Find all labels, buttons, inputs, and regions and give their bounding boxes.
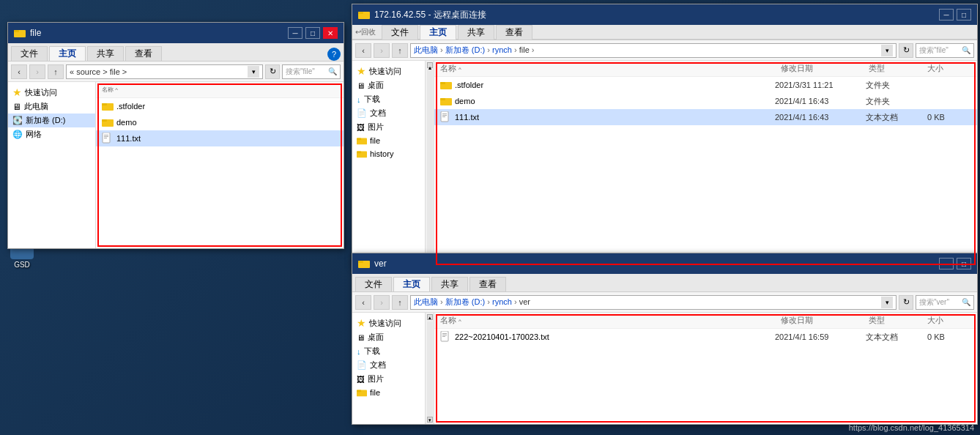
win3-maximize[interactable]: □ — [957, 258, 971, 269]
computer-icon-win1: 🖥 — [12, 102, 21, 112]
back-btn-win3[interactable]: ‹ — [355, 295, 371, 310]
pic-label-win2: 图片 — [368, 122, 384, 133]
quickaccess-label-win2: 快速访问 — [369, 66, 401, 77]
toolbar-win2: ‹ › ↑ 此电脑 › 新加卷 (D:) › rynch › file › ▾ … — [352, 40, 977, 61]
win3-title: ver — [374, 259, 935, 269]
refresh-btn-win1[interactable]: ↻ — [265, 64, 280, 79]
window-local-file: file ─ □ ✕ 文件 主页 共享 查看 ? ‹ › ↑ — [7, 22, 344, 249]
tab-win3-view[interactable]: 查看 — [469, 277, 506, 291]
sidebar-quickaccess-win2[interactable]: ★ 快速访问 — [352, 64, 425, 78]
back-btn-win2[interactable]: ‹ — [355, 43, 371, 58]
win1-close[interactable]: ✕ — [323, 27, 338, 39]
file-item-demo-win2[interactable]: demo 2021/4/1 16:43 文件夹 — [434, 93, 977, 109]
win1-controls: ─ □ ✕ — [288, 27, 338, 39]
tab-win1-share[interactable]: 共享 — [87, 46, 124, 61]
sidebar-item-network-win1[interactable]: 🌐 网络 — [8, 127, 95, 141]
win2-maximize[interactable]: □ — [957, 9, 971, 21]
sidebar-quickaccess-win3[interactable]: ★ 快速访问 — [352, 316, 425, 330]
sidebar-pic-win3[interactable]: 🖼 图片 — [352, 372, 425, 386]
file-item-111txt-win2[interactable]: 111.txt 2021/4/1 16:43 文本文档 0 KB — [434, 109, 977, 125]
scroll-down-win3[interactable]: ▾ — [427, 417, 433, 423]
svg-rect-25 — [358, 261, 363, 263]
win2-minimize[interactable]: ─ — [939, 9, 954, 21]
tab-win1-view[interactable]: 查看 — [125, 46, 162, 61]
sidebar-item-drive-win1[interactable]: 💽 新加卷 (D:) — [8, 114, 95, 127]
tab-win2-view[interactable]: 查看 — [496, 25, 532, 40]
search-box-win1[interactable]: 搜索"file" 🔍 — [282, 64, 341, 79]
sidebar-download-win3[interactable]: ↓ 下载 — [352, 344, 425, 358]
doc-icon-win2: 📄 — [357, 108, 367, 118]
sidebar-desktop-win2[interactable]: 🖥 桌面 — [352, 78, 425, 92]
forward-btn-win2[interactable]: › — [374, 43, 390, 58]
explorer-body-win3: ★ 快速访问 🖥 桌面 ↓ 下载 📄 文档 🖼 图片 — [352, 313, 977, 424]
col-name-header-win2: 名称 ^ — [440, 63, 781, 74]
desktop-label-win3: 桌面 — [368, 332, 384, 343]
refresh-btn-win2[interactable]: ↻ — [899, 43, 913, 58]
sidebar-file-win2[interactable]: file — [352, 134, 425, 147]
win1-minimize[interactable]: ─ — [288, 27, 302, 39]
win1-maximize[interactable]: □ — [305, 27, 320, 39]
up-btn-win1[interactable]: ↑ — [48, 64, 64, 79]
win3-minimize[interactable]: ─ — [939, 258, 954, 269]
sidebar-desktop-win3[interactable]: 🖥 桌面 — [352, 330, 425, 344]
titlebar-win1: file ─ □ ✕ — [8, 23, 344, 43]
sidebar-pic-win2[interactable]: 🖼 图片 — [352, 120, 425, 134]
download-label-win2: 下载 — [364, 94, 380, 105]
address-dropdown-win2[interactable]: ▾ — [881, 45, 893, 56]
sidebar-file-win3[interactable]: file — [352, 386, 425, 399]
tab-win2-file[interactable]: 文件 — [382, 25, 418, 40]
desktop: 360 GooChro GooChro Fina GSD — [0, 0, 980, 435]
computer-label-win1: 此电脑 — [24, 101, 48, 112]
back-btn-win1[interactable]: ‹ — [11, 64, 27, 79]
svg-rect-15 — [357, 152, 361, 154]
sidebar-doc-win2[interactable]: 📄 文档 — [352, 106, 425, 120]
file-item-111txt-win1[interactable]: 111.txt — [96, 130, 344, 146]
scroll-up-win3[interactable]: ▴ — [427, 314, 433, 320]
pic-label-win3: 图片 — [368, 373, 384, 384]
svg-rect-1 — [14, 30, 19, 32]
win1-help[interactable]: ? — [327, 48, 341, 61]
forward-btn-win3[interactable]: › — [374, 295, 390, 310]
address-bar-win3[interactable]: 此电脑 › 新加卷 (D:) › rynch › ver ▾ — [410, 295, 897, 310]
up-btn-win3[interactable]: ↑ — [392, 295, 408, 310]
desktop-icon-gsd-label: GSD — [14, 261, 30, 269]
tab-win3-share[interactable]: 共享 — [431, 277, 468, 291]
svg-rect-21 — [442, 114, 447, 114]
tab-win3-file[interactable]: 文件 — [355, 277, 392, 291]
tab-win1-home[interactable]: 主页 — [49, 46, 86, 61]
sidebar-history-win2[interactable]: history — [352, 147, 425, 160]
fsize-111txt-win2: 0 KB — [927, 113, 971, 122]
tab-win1-file[interactable]: 文件 — [11, 46, 48, 61]
search-box-win3[interactable]: 搜索"ver" 🔍 — [916, 295, 974, 310]
file-item-stfolder-win1[interactable]: .stfolder — [96, 98, 344, 114]
scroll-up-win2[interactable]: ▴ — [427, 62, 433, 68]
ftype-demo-win2: 文件夹 — [866, 96, 924, 107]
address-dropdown-win3[interactable]: ▾ — [881, 297, 893, 308]
file-item-demo-win1[interactable]: demo — [96, 114, 344, 130]
address-bar-win2[interactable]: 此电脑 › 新加卷 (D:) › rynch › file › ▾ — [410, 43, 897, 58]
file-item-stfolder-win2[interactable]: .stfolder 2021/3/31 11:21 文件夹 — [434, 77, 977, 93]
fdate-222txt-win3: 2021/4/1 16:59 — [775, 332, 863, 341]
ribbon-win2: ↩回收 文件 主页 共享 查看 — [352, 25, 977, 40]
address-text-win2: 此电脑 › 新加卷 (D:) › rynch › file › — [414, 45, 534, 56]
win2-title: 172.16.42.55 - 远程桌面连接 — [374, 9, 935, 21]
file-item-222txt-win3[interactable]: 222~20210401-170023.txt 2021/4/1 16:59 文… — [434, 329, 977, 345]
sidebar-doc-win3[interactable]: 📄 文档 — [352, 358, 425, 372]
sidebar-download-win2[interactable]: ↓ 下载 — [352, 92, 425, 106]
tab-win2-home[interactable]: 主页 — [420, 25, 456, 40]
refresh-btn-win3[interactable]: ↻ — [899, 295, 913, 310]
file-name-111txt-win1: 111.txt — [116, 134, 338, 143]
search-placeholder-win3: 搜索"ver" — [919, 297, 949, 308]
forward-btn-win1[interactable]: › — [29, 64, 45, 79]
folder-icon-title — [14, 27, 26, 39]
address-dropdown-win1[interactable]: ▾ — [248, 66, 259, 78]
address-bar-win1[interactable]: « source > file > ▾ — [66, 64, 263, 79]
tab-win2-share[interactable]: 共享 — [458, 25, 494, 40]
tab-win3-home[interactable]: 主页 — [393, 277, 430, 291]
sidebar-item-quickaccess-win1[interactable]: ★ 快速访问 — [8, 85, 95, 100]
address-file-win2: file — [519, 45, 530, 54]
search-box-win2[interactable]: 搜索"file" 🔍 — [916, 43, 974, 58]
folder-icon-file-sidebar — [357, 135, 367, 146]
up-btn-win2[interactable]: ↑ — [392, 43, 408, 58]
sidebar-item-computer-win1[interactable]: 🖥 此电脑 — [8, 100, 95, 114]
